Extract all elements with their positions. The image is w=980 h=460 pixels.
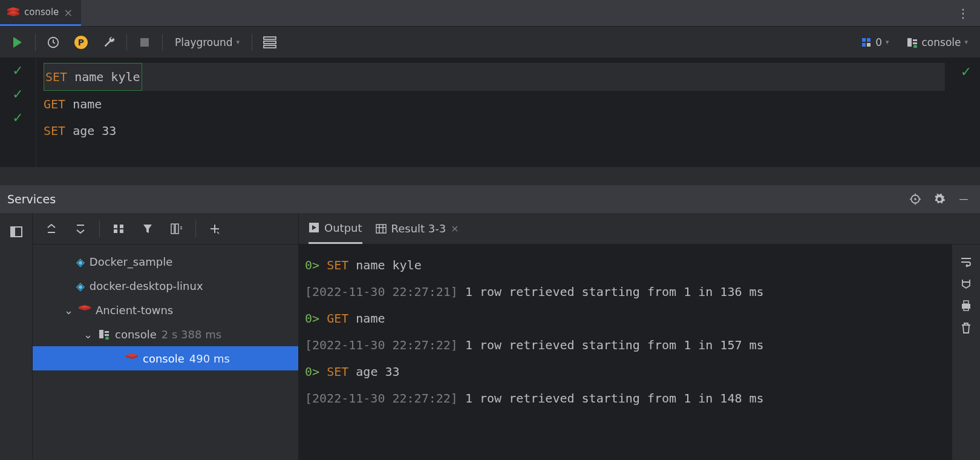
commit-icon bbox=[861, 37, 872, 48]
minimize-panel-button[interactable]: — bbox=[955, 190, 973, 208]
svg-rect-6 bbox=[862, 43, 866, 47]
play-box-icon bbox=[309, 222, 319, 233]
editor-line[interactable]: SET name kyle bbox=[44, 63, 945, 91]
svg-rect-1 bbox=[264, 37, 276, 39]
table-icon bbox=[376, 224, 387, 234]
services-panel-body: ◈ Docker_sample ◈ docker-desktop-linux A… bbox=[0, 213, 980, 460]
editor-content[interactable]: SET name kyle GET name SET age 33 bbox=[36, 58, 952, 167]
redis-icon bbox=[7, 7, 19, 17]
check-icon: ✓ bbox=[12, 63, 23, 78]
check-icon: ✓ bbox=[961, 64, 972, 79]
svg-rect-27 bbox=[376, 225, 386, 233]
svg-rect-10 bbox=[913, 42, 917, 44]
filter-button[interactable] bbox=[137, 218, 158, 239]
group-button[interactable] bbox=[108, 218, 129, 239]
console-label: console bbox=[922, 36, 961, 48]
svg-point-11 bbox=[913, 45, 917, 48]
gear-icon bbox=[933, 193, 946, 205]
chevron-down-icon[interactable] bbox=[64, 304, 74, 317]
history-icon bbox=[47, 36, 60, 49]
history-button[interactable] bbox=[43, 32, 64, 53]
tree-item-ancient-towns[interactable]: Ancient-towns bbox=[33, 298, 298, 322]
clear-button[interactable] bbox=[961, 322, 972, 334]
crosshair-icon bbox=[909, 193, 921, 205]
collapse-all-button[interactable] bbox=[70, 218, 91, 239]
services-tree-column: ◈ Docker_sample ◈ docker-desktop-linux A… bbox=[33, 213, 299, 460]
output-console[interactable]: 0> SET name kyle[2022-11-30 22:27:21] 1 … bbox=[299, 245, 952, 460]
code-editor[interactable]: ✓ ✓ ✓ SET name kyle GET name SET age 33 … bbox=[0, 58, 980, 167]
stop-button[interactable] bbox=[134, 32, 155, 53]
panel-splitter[interactable] bbox=[0, 167, 980, 185]
run-button[interactable] bbox=[7, 32, 28, 53]
wrap-icon bbox=[960, 257, 972, 268]
svg-rect-21 bbox=[175, 224, 178, 234]
plus-icon bbox=[209, 223, 220, 234]
svg-rect-19 bbox=[120, 229, 123, 233]
tree-item-label: Docker_sample bbox=[90, 255, 172, 268]
expand-icon bbox=[46, 223, 57, 234]
p-icon: P bbox=[74, 36, 88, 49]
editor-line[interactable]: SET age 33 bbox=[44, 117, 945, 144]
playground-label: Playground bbox=[175, 36, 233, 48]
close-icon[interactable]: × bbox=[64, 6, 73, 19]
table-icon bbox=[263, 36, 276, 48]
soft-wrap-button[interactable] bbox=[960, 257, 972, 268]
tab-output[interactable]: Output bbox=[309, 213, 362, 244]
docker-icon: ◈ bbox=[76, 280, 85, 292]
svg-rect-29 bbox=[964, 301, 969, 304]
services-left-rail bbox=[0, 213, 33, 460]
add-service-button[interactable] bbox=[204, 218, 225, 239]
settings-button[interactable] bbox=[99, 32, 119, 53]
scroll-to-end-button[interactable] bbox=[960, 278, 972, 289]
services-tree[interactable]: ◈ Docker_sample ◈ docker-desktop-linux A… bbox=[33, 245, 298, 375]
tree-item-console-run[interactable]: console 490 ms bbox=[33, 346, 298, 370]
check-icon: ✓ bbox=[12, 87, 23, 102]
playground-badge[interactable]: P bbox=[71, 32, 91, 53]
layout-icon bbox=[10, 226, 22, 237]
playground-dropdown[interactable]: Playground ▾ bbox=[170, 34, 244, 51]
minimize-icon: — bbox=[959, 194, 969, 205]
collapse-icon bbox=[75, 223, 86, 234]
svg-rect-22 bbox=[99, 330, 103, 338]
chevron-down-icon[interactable] bbox=[83, 328, 93, 341]
tree-item-timing: 490 ms bbox=[189, 352, 230, 365]
tree-item-label: console bbox=[143, 352, 185, 365]
svg-rect-5 bbox=[867, 38, 871, 42]
filter-icon bbox=[143, 224, 152, 234]
tab-result[interactable]: Result 3-3 × bbox=[376, 213, 459, 244]
tree-item-label: docker-desktop-linux bbox=[90, 280, 203, 292]
services-tree-toolbar bbox=[33, 213, 298, 245]
tab-options-menu[interactable]: ⋮ bbox=[947, 0, 980, 26]
query-toolbar: P Playground ▾ 0 ▾ console ▾ bbox=[0, 27, 980, 58]
file-tab-console[interactable]: console × bbox=[0, 0, 81, 26]
svg-rect-23 bbox=[105, 331, 109, 333]
editor-line[interactable]: GET name bbox=[44, 91, 945, 117]
trash-icon bbox=[961, 322, 972, 334]
close-icon[interactable]: × bbox=[451, 223, 459, 234]
console-target-dropdown[interactable]: console ▾ bbox=[901, 34, 973, 51]
layout-button[interactable] bbox=[6, 222, 27, 242]
commit-dropdown[interactable]: 0 ▾ bbox=[856, 34, 893, 51]
tab-label: Output bbox=[324, 222, 362, 234]
datasource-icon bbox=[98, 329, 110, 340]
target-button[interactable] bbox=[906, 190, 924, 208]
output-column: Output Result 3-3 × 0> SET name kyle[202… bbox=[299, 213, 980, 460]
tree-item-docker-desktop[interactable]: ◈ docker-desktop-linux bbox=[33, 274, 298, 298]
tab-label: Result 3-3 bbox=[391, 222, 446, 235]
output-right-rail bbox=[952, 245, 980, 460]
editor-gutter: ✓ ✓ ✓ bbox=[0, 58, 36, 167]
print-button[interactable] bbox=[960, 300, 972, 311]
data-view-button[interactable] bbox=[260, 32, 280, 53]
chevron-down-icon: ▾ bbox=[964, 38, 968, 46]
editor-tab-strip: console × ⋮ bbox=[0, 0, 980, 27]
view-options-button[interactable] bbox=[166, 218, 187, 239]
tree-item-timing: 2 s 388 ms bbox=[162, 328, 221, 341]
check-icon: ✓ bbox=[12, 110, 23, 125]
tree-item-console-session[interactable]: console 2 s 388 ms bbox=[33, 322, 298, 346]
svg-rect-17 bbox=[120, 225, 123, 228]
tree-item-label: Ancient-towns bbox=[96, 304, 173, 317]
svg-rect-30 bbox=[964, 307, 969, 310]
expand-all-button[interactable] bbox=[41, 218, 62, 239]
tree-item-docker-sample[interactable]: ◈ Docker_sample bbox=[33, 249, 298, 274]
panel-settings-button[interactable] bbox=[930, 190, 949, 208]
